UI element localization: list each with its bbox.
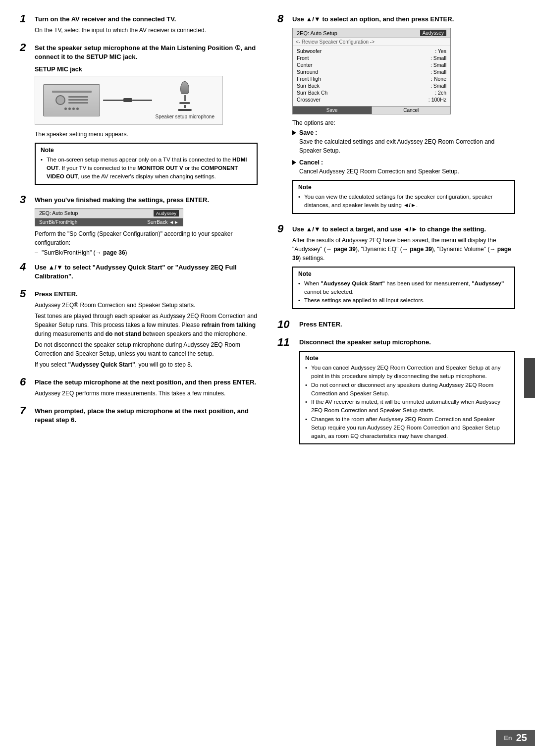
receiver-dot bbox=[64, 108, 67, 110]
receiver-dots bbox=[64, 108, 79, 110]
right-column: 8 Use ▲/▼ to select an option, and then … bbox=[272, 15, 515, 455]
step-8-screen-header: 2EQ: Auto Setup Audyssey bbox=[293, 28, 450, 38]
step-9-content: Use ▲/▼ to select a target, and use ◄/► … bbox=[292, 225, 515, 313]
note-4-item-4: Changes to the room after Audyssey 2EQ R… bbox=[305, 415, 509, 441]
step-7-number: 7 bbox=[20, 405, 31, 427]
step-8-save-body: Save the calculated settings and exit Au… bbox=[292, 137, 515, 155]
step-10-title: Press ENTER. bbox=[299, 320, 515, 329]
cancel-title-text: Cancel bbox=[299, 159, 320, 166]
step-5-body1: Audyssey 2EQ® Room Correction and Speake… bbox=[35, 301, 258, 310]
step-3-dash: "SurrBk/FrontHigh" (→ page 36) bbox=[35, 249, 258, 256]
screen-row-front: Front: Small bbox=[297, 54, 446, 61]
step-2-title: Set the speaker setup microphone at the … bbox=[35, 44, 258, 61]
step-7-title: When prompted, place the setup microphon… bbox=[35, 407, 258, 425]
step-5-content: Press ENTER. Audyssey 2EQ® Room Correcti… bbox=[35, 290, 258, 371]
step-9-title: Use ▲/▼ to select a target, and use ◄/► … bbox=[292, 225, 515, 234]
step-5-body4: If you select "Audyssey Quick Start", yo… bbox=[35, 360, 258, 369]
step-11-content: Disconnect the speaker setup microphone.… bbox=[299, 338, 515, 448]
step-5-body2: Test tones are played through each speak… bbox=[35, 312, 258, 338]
note-3: Note When "Audyssey Quick Start" has bee… bbox=[292, 267, 515, 309]
note-2-item-1: You can view the calculated settings for… bbox=[298, 193, 509, 210]
step-1-content: Turn on the AV receiver and the connecte… bbox=[35, 15, 258, 37]
note-4-item-2: Do not connect or disconnect any speaker… bbox=[305, 381, 509, 398]
step-3-content: When you've finished making the settings… bbox=[35, 196, 258, 256]
save-title-text: Save bbox=[299, 129, 314, 136]
screen-row-subwoofer: Subwoofer: Yes bbox=[297, 48, 446, 54]
step-8-screen-body: Subwoofer: Yes Front: Small Center: Smal… bbox=[293, 46, 450, 105]
step-2-content: Set the speaker setup microphone at the … bbox=[35, 44, 258, 189]
note-1-title: Note bbox=[41, 147, 252, 154]
step-8-cancel-btn[interactable]: Cancel bbox=[372, 107, 451, 114]
step-4-content: Use ▲/▼ to select "Audyssey Quick Start"… bbox=[35, 263, 258, 283]
step-8-screen-nav: <- Review Speaker Configuration -> bbox=[293, 38, 450, 46]
step-2-menu-appears: The speaker setting menu appears. bbox=[35, 130, 258, 139]
cancel-arrow-icon bbox=[292, 160, 296, 165]
step-4: 4 Use ▲/▼ to select "Audyssey Quick Star… bbox=[20, 263, 258, 283]
receiver-knob bbox=[55, 95, 65, 105]
note-4-item-3: If the AV receiver is muted, it will be … bbox=[305, 398, 509, 415]
step-8-cancel-item: Cancel: Cancel Audyssey 2EQ Room Correct… bbox=[292, 159, 515, 176]
step-7: 7 When prompted, place the setup microph… bbox=[20, 407, 258, 427]
receiver-dot bbox=[72, 108, 75, 110]
step-3-screen-badge: Audyssey bbox=[154, 210, 179, 216]
step-8-title: Use ▲/▼ to select an option, and then pr… bbox=[292, 15, 515, 24]
receiver-illustration bbox=[43, 84, 100, 116]
step-6-body: Audyssey 2EQ performs more measurements.… bbox=[35, 389, 258, 398]
note-4-item-1: You can cancel Audyssey 2EQ Room Correct… bbox=[305, 364, 509, 381]
receiver-slot bbox=[52, 91, 92, 93]
page-number: 25 bbox=[516, 732, 527, 744]
step-9: 9 Use ▲/▼ to select a target, and use ◄/… bbox=[277, 225, 515, 313]
step-2: 2 Set the speaker setup microphone at th… bbox=[20, 44, 258, 189]
step-5-title: Press ENTER. bbox=[35, 290, 258, 299]
step-4-number: 4 bbox=[20, 262, 31, 283]
note-2: Note You can view the calculated setting… bbox=[292, 180, 515, 214]
step-6-title: Place the setup microphone at the next p… bbox=[35, 378, 258, 387]
step-3-row-value: SurrBack ◄► bbox=[147, 219, 179, 225]
step-4-title: Use ▲/▼ to select "Audyssey Quick Start"… bbox=[35, 263, 258, 281]
step-11: 11 Disconnect the speaker setup micropho… bbox=[277, 338, 515, 448]
step-7-content: When prompted, place the setup microphon… bbox=[35, 407, 258, 427]
step-1-body: On the TV, select the input to which the… bbox=[35, 26, 258, 35]
receiver-detail bbox=[52, 91, 92, 110]
note-4: Note You can cancel Audyssey 2EQ Room Co… bbox=[299, 351, 515, 444]
setup-mic-label: SETUP MIC jack bbox=[35, 66, 258, 73]
step-10: 10 Press ENTER. bbox=[277, 320, 515, 331]
step-3-title: When you've finished making the settings… bbox=[35, 196, 258, 205]
step-5-body3: Do not disconnect the speaker setup micr… bbox=[35, 340, 258, 358]
receiver-dot bbox=[68, 108, 71, 110]
step-6-number: 6 bbox=[20, 377, 31, 400]
receiver-dot bbox=[76, 108, 79, 110]
step-8-cancel-body: Cancel Audyssey 2EQ Room Correction and … bbox=[292, 167, 515, 176]
step-8-content: Use ▲/▼ to select an option, and then pr… bbox=[292, 15, 515, 218]
step-8-save-item: Save: Save the calculated settings and e… bbox=[292, 129, 515, 155]
step-6: 6 Place the setup microphone at the next… bbox=[20, 378, 258, 400]
step-11-title: Disconnect the speaker setup microphone. bbox=[299, 338, 515, 347]
screen-row-crossover: Crossover: 100Hz bbox=[297, 96, 446, 103]
setup-mic-section: SETUP MIC jack bbox=[35, 66, 258, 125]
note-4-title: Note bbox=[305, 355, 509, 362]
screen-row-fronthigh: Front High: None bbox=[297, 75, 446, 82]
step-1-title-text: Turn on the AV receiver and the connecte… bbox=[35, 15, 176, 23]
mic-diagram: Speaker setup microphone bbox=[35, 76, 223, 125]
step-8-screen: 2EQ: Auto Setup Audyssey <- Review Speak… bbox=[292, 28, 451, 114]
step-3-row-label: SurrBk/FrontHigh bbox=[39, 219, 77, 225]
en-label: En bbox=[504, 734, 512, 742]
note-1: Note The on-screen setup menus appear on… bbox=[35, 143, 258, 185]
step-8-number: 8 bbox=[277, 13, 288, 218]
step-8-screen-footer: Save Cancel bbox=[293, 106, 450, 114]
step-6-content: Place the setup microphone at the next p… bbox=[35, 378, 258, 400]
step-10-number: 10 bbox=[277, 319, 295, 331]
step-8-save-btn[interactable]: Save bbox=[293, 107, 372, 114]
screen-row-surround: Surround: Small bbox=[297, 68, 446, 75]
step-3: 3 When you've finished making the settin… bbox=[20, 196, 258, 256]
step-3-screen-row-hi: SurrBk/FrontHigh SurrBack ◄► bbox=[35, 218, 183, 226]
step-2-number: 2 bbox=[20, 42, 31, 189]
step-5-number: 5 bbox=[20, 288, 31, 371]
step-8-screen-title: 2EQ: Auto Setup bbox=[297, 30, 337, 36]
step-8-cancel-title: Cancel: bbox=[292, 159, 515, 166]
save-arrow-icon bbox=[292, 130, 296, 135]
side-tab bbox=[524, 358, 535, 398]
microphone-figure: Speaker setup microphone bbox=[155, 81, 214, 119]
step-5: 5 Press ENTER. Audyssey 2EQ® Room Correc… bbox=[20, 290, 258, 371]
step-3-screen: 2EQ: Auto Setup Audyssey SurrBk/FrontHig… bbox=[35, 208, 183, 226]
